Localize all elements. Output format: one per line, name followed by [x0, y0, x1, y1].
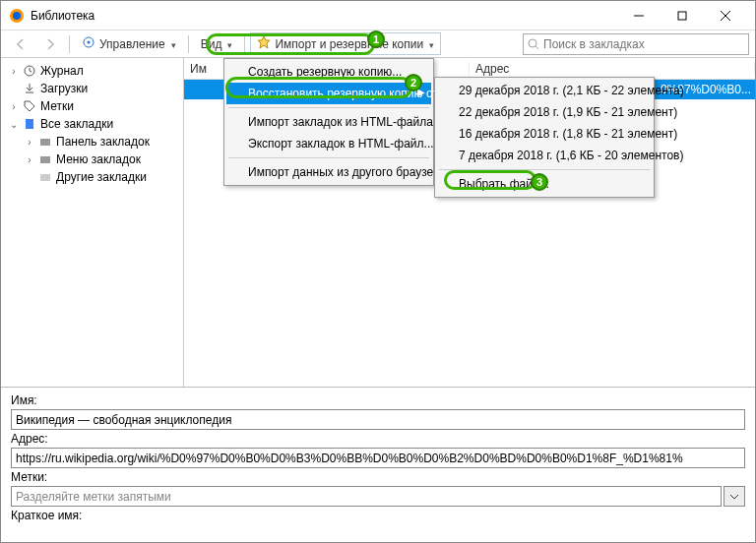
tutorial-marker-1: 1: [367, 30, 385, 48]
back-button[interactable]: [7, 34, 34, 54]
details-short-label: Краткое имя:: [11, 509, 745, 522]
details-addr-label: Адрес:: [11, 432, 745, 446]
tutorial-marker-2: 2: [405, 74, 422, 91]
tag-icon: [23, 99, 36, 113]
sidebar-item-menu-folder[interactable]: ›Меню закладок: [1, 151, 183, 168]
manage-label: Управление: [99, 37, 165, 51]
gear-icon: [82, 35, 95, 52]
views-menu-button[interactable]: Вид: [194, 34, 240, 54]
sidebar: ›Журнал Загрузки ›Метки ⌄Все закладки ›П…: [1, 58, 184, 387]
toolbar-separator: [69, 35, 70, 53]
column-address[interactable]: Адрес: [470, 62, 755, 76]
backup-item[interactable]: 29 декабря 2018 г. (2,1 КБ - 22 элемента…: [437, 80, 652, 101]
folder-icon: [38, 170, 52, 184]
close-button[interactable]: [704, 1, 747, 30]
details-tags-label: Метки:: [11, 470, 745, 484]
svg-point-7: [88, 41, 91, 44]
window-title: Библиотека: [31, 9, 617, 23]
menu-restore-from[interactable]: Восстановить резервную копию от▶: [226, 83, 431, 104]
sidebar-item-toolbar-folder[interactable]: ›Панель закладок: [1, 133, 183, 151]
download-icon: [23, 82, 36, 95]
sidebar-item-tags[interactable]: ›Метки: [1, 97, 183, 115]
svg-rect-13: [40, 139, 50, 146]
svg-rect-15: [40, 174, 50, 181]
svg-point-1: [13, 12, 21, 20]
import-backup-label: Импорт и резервные копии: [275, 37, 423, 51]
toolbar-separator: [244, 35, 245, 53]
star-icon: [257, 35, 271, 52]
svg-rect-3: [678, 12, 686, 20]
svg-marker-8: [258, 36, 270, 48]
folder-icon: [38, 152, 52, 166]
forward-button[interactable]: [36, 34, 64, 54]
details-tags-input[interactable]: [11, 486, 722, 507]
details-addr-input[interactable]: [11, 448, 745, 468]
details-name-input[interactable]: [11, 409, 745, 430]
sidebar-item-other-folder[interactable]: Другие закладки: [1, 168, 183, 186]
menu-separator: [228, 107, 429, 108]
backup-item[interactable]: 22 декабря 2018 г. (1,9 КБ - 21 элемент): [437, 101, 652, 123]
menu-separator: [228, 157, 429, 158]
clock-icon: [23, 64, 36, 78]
menu-import-html[interactable]: Импорт закладок из HTML-файла...: [226, 111, 431, 133]
details-panel: Имя: Адрес: Метки: Краткое имя:: [1, 387, 755, 542]
folder-icon: [38, 135, 52, 149]
search-input[interactable]: [543, 37, 744, 51]
import-backup-menu: Создать резервную копию... Восстановить …: [223, 58, 434, 186]
svg-line-10: [536, 46, 538, 49]
minimize-button[interactable]: [617, 1, 661, 30]
firefox-icon: [9, 8, 25, 24]
menu-export-html[interactable]: Экспорт закладок в HTML-файл...: [226, 133, 431, 154]
menu-separator: [439, 169, 650, 170]
manage-menu-button[interactable]: Управление: [75, 32, 183, 55]
backup-item[interactable]: 7 декабря 2018 г. (1,6 КБ - 20 элементов…: [437, 145, 652, 166]
window-controls: [617, 1, 747, 30]
import-backup-menu-button[interactable]: Импорт и резервные копии: [250, 32, 441, 55]
details-name-label: Имя:: [11, 393, 745, 407]
svg-rect-14: [40, 156, 50, 163]
svg-rect-12: [26, 119, 33, 129]
sidebar-item-downloads[interactable]: Загрузки: [1, 80, 183, 97]
bookmarks-icon: [23, 117, 36, 131]
search-icon: [528, 38, 539, 50]
sidebar-item-history[interactable]: ›Журнал: [1, 62, 183, 80]
backup-item[interactable]: 16 декабря 2018 г. (1,8 КБ - 21 элемент): [437, 123, 652, 145]
svg-point-9: [529, 39, 536, 47]
sidebar-item-all-bookmarks[interactable]: ⌄Все закладки: [1, 115, 183, 133]
toolbar-separator: [188, 35, 189, 53]
search-box[interactable]: [523, 33, 749, 55]
views-label: Вид: [201, 37, 222, 51]
titlebar: Библиотека: [1, 1, 755, 30]
maximize-button[interactable]: [661, 1, 704, 30]
tutorial-marker-3: 3: [531, 173, 548, 191]
tags-dropdown-button[interactable]: [724, 486, 745, 507]
menu-import-browser[interactable]: Импорт данных из другого браузера...: [226, 161, 431, 183]
menu-create-backup[interactable]: Создать резервную копию...: [226, 61, 431, 83]
